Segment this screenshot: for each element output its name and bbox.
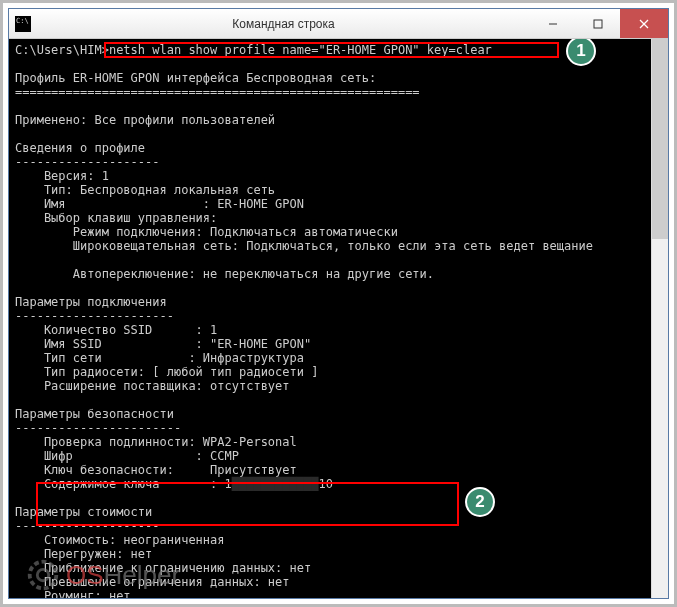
key-content-label: Содержимое ключа : 1 [15,477,232,491]
conn-mode-line: Режим подключения: Подключаться автомати… [15,225,398,239]
dash4: -------------------- [15,519,160,533]
logo-helper: Helper [104,560,181,591]
vendor-ext-line: Расширение поставщика: отсутствует [15,379,290,393]
minimize-button[interactable] [530,9,575,38]
maximize-button[interactable] [575,9,620,38]
section-conn: Параметры подключения [15,295,167,309]
type-line: Тип: Беспроводная локальная сеть [15,183,275,197]
dash2: ---------------------- [15,309,174,323]
key-content-end: 10 [318,477,332,491]
prompt: C:\Users\HIM> [15,43,109,57]
version-line: Версия: 1 [15,169,109,183]
name-line: Имя : ER-HOME GPON [15,197,304,211]
ssid-name-line: Имя SSID : "ER-HOME GPON" [15,337,311,351]
section-security: Параметры безопасности [15,407,174,421]
vertical-scrollbar[interactable] [651,39,668,598]
window-title: Командная строка [37,17,530,31]
svg-point-5 [37,569,48,580]
svg-rect-1 [594,20,602,28]
broadcast-line: Широковещательная сеть: Подключаться, то… [15,239,593,253]
dash3: ----------------------- [15,421,181,435]
watermark-logo: OS Helper [24,556,180,594]
profile-header: Профиль ER-HOME GPON интерфейса Беспрово… [15,71,376,85]
cmd-icon [15,16,31,32]
cipher-line: Шифр : CCMP [15,449,239,463]
titlebar[interactable]: Командная строка [9,9,668,39]
key-content-hidden: ████████████ [232,477,319,491]
scrollbar-thumb[interactable] [652,39,668,239]
section-profile: Сведения о профиле [15,141,145,155]
auth-line: Проверка подлинности: WPA2-Personal [15,435,297,449]
command-text: netsh wlan show profile name="ER-HOME GP… [109,43,492,57]
terminal-output[interactable]: C:\Users\HIM>netsh wlan show profile nam… [9,39,668,598]
keys-ctrl-line: Выбор клавиш управления: [15,211,217,225]
dash: -------------------- [15,155,160,169]
applied-line: Применено: Все профили пользователей [15,113,275,127]
svg-point-4 [30,562,57,589]
gear-icon [24,556,62,594]
window-controls [530,9,668,38]
close-button[interactable] [620,9,668,38]
annotation-badge-2: 2 [465,487,495,517]
logo-os: OS [66,560,104,591]
annotation-badge-1: 1 [566,39,596,66]
radio-line: Тип радиосети: [ любой тип радиосети ] [15,365,318,379]
autoswitch-line: Автопереключение: не переключаться на др… [15,267,434,281]
cost-line: Стоимость: неограниченная [15,533,225,547]
separator: ========================================… [15,85,420,99]
section-cost: Параметры стоимости [15,505,152,519]
ssid-count-line: Количество SSID : 1 [15,323,217,337]
sec-key-line: Ключ безопасности: Присутствует [15,463,297,477]
net-type-line: Тип сети : Инфраструктура [15,351,304,365]
command-prompt-window: Командная строка C:\Users\HIM>netsh wlan… [8,8,669,599]
